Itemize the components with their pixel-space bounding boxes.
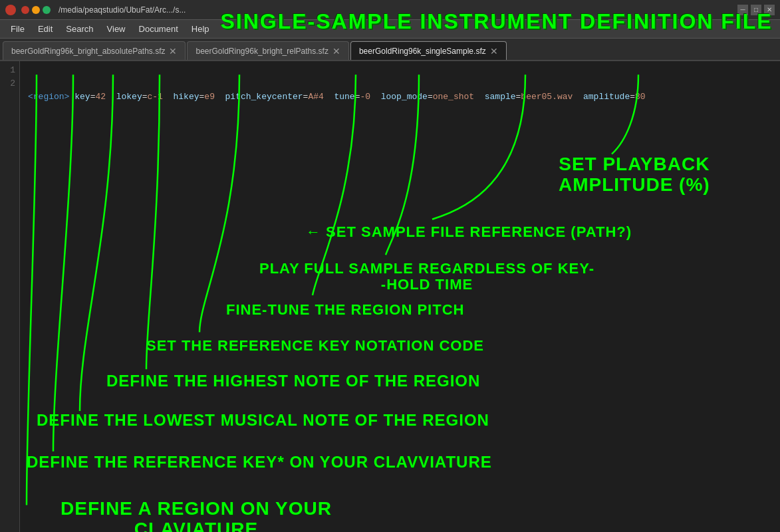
tab-2[interactable]: beerGoldRing96k_bright_relPaths.sfz ✕: [187, 41, 348, 60]
code-line-2: [28, 130, 772, 144]
window-title: /media/peaqstudio/UbuFat/Arc.../s...: [59, 5, 186, 15]
annotation-tune: FINE-TUNE THE REGION PITCH: [226, 302, 464, 318]
menu-bar: File Edit Search View Document Help: [0, 20, 780, 39]
tab-1-label: beerGoldRing96k_bright_absolutePaths.sfz: [11, 47, 165, 56]
menu-help[interactable]: Help: [186, 23, 215, 35]
editor-area[interactable]: 1 2 <region> key=42 lokey=c-1 hikey=e9 p…: [0, 61, 780, 532]
line-numbers: 1 2: [0, 61, 20, 532]
annotation-key: DEFINE THE REFERENCE KEY* ON YOUR CLAVVI…: [27, 454, 492, 471]
tab-1[interactable]: beerGoldRing96k_bright_absolutePaths.sfz…: [3, 41, 186, 60]
annotation-region: DEFINE A REGION ON YOUR CLAVIATURE: [3, 499, 389, 532]
menu-view[interactable]: View: [102, 23, 131, 35]
maximize-btn[interactable]: [43, 6, 51, 14]
annotation-amplitude: SET PLAYBACKAMPLITUDE (%): [559, 154, 710, 196]
app-icon: [5, 5, 16, 15]
win-close-btn[interactable]: ✕: [764, 5, 775, 15]
annotation-pitch: SET THE REFERENCE KEY NOTATION CODE: [146, 338, 484, 354]
tab-3[interactable]: beerGoldRing96k_singleSample.sfz ✕: [350, 41, 507, 60]
annotation-hikey: DEFINE THE HIGHEST NOTE OF THE REGION: [106, 372, 480, 390]
menu-edit[interactable]: Edit: [33, 23, 58, 35]
tab-3-close[interactable]: ✕: [490, 46, 498, 57]
annotation-lokey: DEFINE THE LOWEST MUSICAL NOTE OF THE RE…: [37, 412, 489, 429]
minimize-btn[interactable]: [32, 6, 40, 14]
tab-3-label: beerGoldRing96k_singleSample.sfz: [359, 47, 486, 56]
tab-1-close[interactable]: ✕: [169, 46, 177, 57]
code-line-1: <region> key=42 lokey=c-1 hikey=e9 pitch…: [28, 90, 772, 104]
window-controls: ─ □ ✕: [737, 5, 775, 15]
annotation-sample: ← SET SAMPLE FILE REFERENCE (PATH?): [306, 224, 632, 240]
close-btn[interactable]: [21, 6, 29, 14]
menu-document[interactable]: Document: [134, 23, 184, 35]
win-restore-btn[interactable]: □: [751, 5, 761, 15]
win-minimize-btn[interactable]: ─: [737, 5, 748, 15]
menu-search[interactable]: Search: [61, 23, 98, 35]
tab-bar: beerGoldRing96k_bright_absolutePaths.sfz…: [0, 39, 780, 61]
annotation-loop: PLAY FULL SAMPLE REGARDLESS OF KEY--HOLD…: [259, 261, 594, 293]
menu-file[interactable]: File: [5, 23, 30, 35]
tab-2-close[interactable]: ✕: [332, 46, 340, 57]
tab-2-label: beerGoldRing96k_bright_relPaths.sfz: [195, 47, 328, 56]
title-bar: /media/peaqstudio/UbuFat/Arc.../s... SIN…: [0, 0, 780, 20]
